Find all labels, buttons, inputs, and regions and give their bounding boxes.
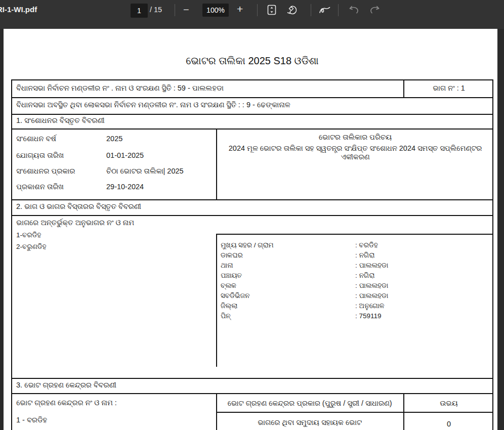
undo-icon <box>348 6 360 14</box>
address-label: ଥାନା <box>221 262 233 270</box>
electoral-roll-table: ବିଧାନସଭା ନିର୍ବାଚନ ମଣ୍ଡଳୀର ନଂ . ନାମ ଓ ସଂର… <box>11 79 493 430</box>
field-label: ଯୋଗ୍ୟତା ତାରିଖ <box>16 151 64 160</box>
table-line <box>12 128 492 130</box>
polling-station-type-value: ଉଭୟ <box>403 399 494 408</box>
address-value: : ପାଲଲହଡା <box>355 282 388 290</box>
fit-to-page-icon <box>267 5 276 15</box>
polling-station-no-name-value: 1 - ବରଡିହ <box>16 416 47 424</box>
toolbar-divider <box>311 4 311 16</box>
table-line <box>216 234 492 235</box>
table-line <box>12 378 492 379</box>
rotate-icon <box>286 4 299 16</box>
zoom-level-display[interactable]: 100% <box>202 4 229 17</box>
table-line <box>12 215 492 216</box>
assembly-constituency-text: ବିଧାନସଭା ନିର୍ବାଚନ ମଣ୍ଡଳୀର ନଂ . ନାମ ଓ ସଂର… <box>16 84 224 93</box>
pen-squiggle-icon <box>319 6 332 15</box>
aux-votes-value: 0 <box>403 420 494 428</box>
toolbar-divider <box>175 4 175 16</box>
address-label: ସବଡିଭିଜନ <box>221 292 249 300</box>
field-label: ପ୍ରକାଶନ ତାରିଖ <box>16 183 64 191</box>
part-number: ଭାଗ ନଂ : 1 <box>403 84 494 93</box>
address-label: ଡାକଘର <box>221 251 243 260</box>
address-value: : ପାଲଲହଡା <box>355 292 388 300</box>
section3-heading: 3. ଭୋଟ ଗ୍ରହଣ କେନ୍ଦ୍ରର ବିବରଣୀ <box>16 381 116 390</box>
table-line <box>12 393 492 394</box>
table-line <box>12 114 492 115</box>
address-value: : ନଗିରା <box>355 272 374 280</box>
redo-icon <box>368 6 381 14</box>
redo-button[interactable] <box>368 6 381 14</box>
address-value: : ବରଡିହ <box>355 241 378 249</box>
section2-heading: 2. ଭାଗ ଓ ଭାଗର ବିସ୍ତାରର ବିସ୍ତୃତ ବିବରଣୀ <box>16 202 141 211</box>
page-number-input[interactable] <box>131 4 148 18</box>
table-line <box>216 234 217 367</box>
field-value: ଚିଠା ଭୋଟର ତାଲିକା| 2025 <box>106 167 184 176</box>
page-count-label: / 15 <box>150 6 162 14</box>
roll-identity-text: 2024 ମୂଳ ଭୋଟର ତାଲିକା ସହ ସ୍ୱତନ୍ତ୍ର ସଂକ୍ଷି… <box>219 144 492 161</box>
address-label: ଜିଲ୍ଲା <box>221 302 237 310</box>
address-value: : ନଗିରା <box>355 251 374 260</box>
loksabha-constituency-text: ବିଧାନସଭା ଅବସ୍ଥିତ ଥିବା ଲୋକସଭା ନିର୍ବାଚନ ମଣ… <box>16 101 290 109</box>
polling-station-no-name-label: ଭୋଟ ଗ୍ରହଣ କେନ୍ଦ୍ରର ନଂ ଓ ନାମ : <box>16 399 117 407</box>
address-label: ପିନ୍ <box>221 312 230 320</box>
subpart-item: 1-ବରଡିହ <box>16 231 41 239</box>
address-label: ବ୍ଲକ <box>221 282 236 290</box>
pdf-viewer-canvas[interactable]: ଭୋଟର ତାଲିକା 2025 S18 ଓଡିଶା ବିଧାନସଭା ନିର୍… <box>0 29 504 430</box>
draw-ink-button[interactable] <box>319 6 332 15</box>
section1-heading: 1. ସଂଶୋଧନର ବିସ୍ତୃତ ବିବରଣୀ <box>16 116 104 125</box>
address-label: ମୁଖ୍ୟ ସହର / ଗ୍ରାମ <box>221 241 273 249</box>
document-title: ଭୋଟର ତାଲିକା 2025 S18 ଓଡିଶା <box>11 55 493 67</box>
field-value: 2025 <box>106 135 122 143</box>
toolbar-divider <box>338 4 339 16</box>
field-label: ସଂଶୋଧନ ବର୍ଷ <box>16 135 56 143</box>
pdf-toolbar: RI-1-WI.pdf / 15 − 100% + <box>0 0 504 29</box>
zoom-in-button[interactable]: + <box>237 4 243 14</box>
zoom-out-button[interactable]: − <box>183 5 189 15</box>
field-label: ସଂଶୋଧନର ପ୍ରକାର <box>16 167 75 176</box>
table-line <box>216 412 492 413</box>
address-value: : ଅନୁଗୋଳ <box>355 302 384 310</box>
aux-votes-label-line1: ଭାଗରେ ଥିବା ସମୁଦାୟ ସହାୟକ ଭୋଟ <box>216 418 403 427</box>
table-line <box>12 97 492 98</box>
rotate-button[interactable] <box>286 4 299 16</box>
undo-button[interactable] <box>348 6 360 14</box>
table-line <box>12 199 492 200</box>
toolbar-divider <box>257 4 258 16</box>
address-label: ପଞ୍ଚାୟତ <box>221 272 242 280</box>
pdf-page-1: ଭୋଟର ତାଲିକା 2025 S18 ଓଡିଶା ବିଧାନସଭା ନିର୍… <box>4 29 497 430</box>
pdf-filename: RI-1-WI.pdf <box>0 5 37 14</box>
subpart-item: 2-ବରୁଣଡିହ <box>16 243 47 251</box>
address-value: : ପାଲଲହଡା <box>355 262 388 270</box>
field-value: 29-10-2024 <box>106 183 144 191</box>
section2-subheading: ଭାଗରେ ଅନ୍ତର୍ଭୁକ୍ତ ଅନୁଭାଗର ନଂ ଓ ନାମ <box>16 219 134 227</box>
polling-station-type-label: ଭୋଟ ଗ୍ରହଣ କେନ୍ଦ୍ରର ପ୍ରକାର (ପୁରୁଷ / ସ୍ତ୍ର… <box>216 399 403 408</box>
address-value: : 759119 <box>355 312 382 320</box>
roll-identity-heading: ଭୋଟର ତାଲିକାର ପରିଚୟ <box>216 133 494 142</box>
fit-to-page-button[interactable] <box>267 5 276 15</box>
field-value: 01-01-2025 <box>106 151 144 159</box>
